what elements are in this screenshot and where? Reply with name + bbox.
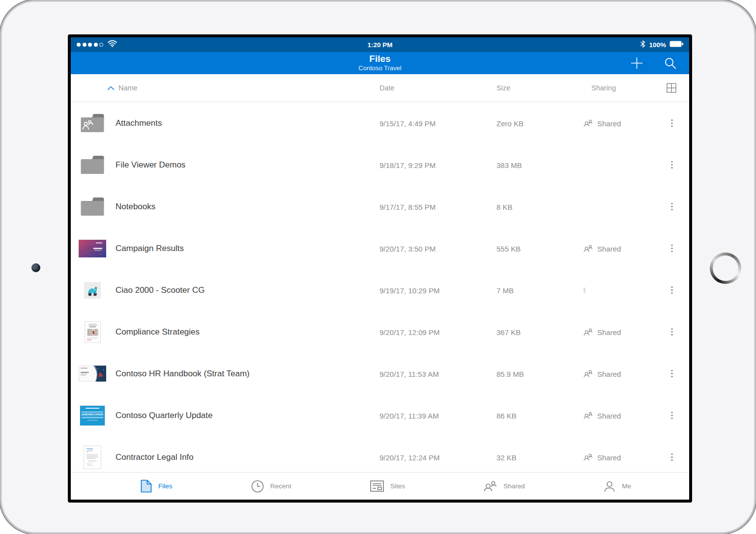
page-subtitle: Contoso Travel bbox=[71, 64, 689, 72]
row-menu-button[interactable] bbox=[665, 158, 679, 172]
file-row[interactable]: Contoso HR Handbook (Strat Team) 9/20/17… bbox=[71, 353, 689, 394]
column-label-date: Date bbox=[379, 84, 395, 92]
tab-me[interactable]: Me bbox=[604, 480, 631, 492]
status-right: 100% bbox=[640, 37, 683, 52]
status-bar: 1:20 PM 100% bbox=[71, 37, 689, 52]
file-name: File Viewer Demos bbox=[116, 160, 185, 170]
clock-icon bbox=[251, 480, 264, 493]
row-menu-button[interactable] bbox=[665, 366, 679, 381]
file-size: 383 MB bbox=[496, 161, 522, 169]
tab-shared[interactable]: Shared bbox=[484, 480, 525, 492]
file-thumbnail bbox=[79, 277, 106, 304]
file-date: 9/18/17, 9:29 PM bbox=[379, 161, 436, 169]
shared-label: Shared bbox=[597, 244, 621, 253]
row-menu-button[interactable] bbox=[665, 283, 679, 298]
row-menu-button[interactable] bbox=[665, 450, 679, 465]
shared-label: Shared bbox=[597, 369, 621, 378]
list-column-headers: Name Date Size Sharing bbox=[71, 74, 689, 102]
row-menu-button[interactable] bbox=[665, 199, 679, 214]
file-thumbnail: QUARTERLY UPDATE bbox=[79, 402, 106, 429]
column-label-sharing: Sharing bbox=[591, 84, 616, 92]
home-button[interactable] bbox=[710, 253, 741, 284]
file-row[interactable]: Contractor Legal Info 9/20/17, 12:24 PM … bbox=[71, 436, 689, 472]
sort-by-name-header[interactable]: Name bbox=[107, 84, 138, 92]
column-header-sharing[interactable]: Sharing bbox=[591, 84, 616, 92]
clock-time: 1:20 PM bbox=[71, 37, 689, 52]
shared-people-icon bbox=[583, 119, 593, 127]
column-header-date[interactable]: Date bbox=[379, 84, 395, 92]
file-size: 86 KB bbox=[496, 411, 517, 420]
column-label-name: Name bbox=[118, 84, 138, 92]
search-button[interactable] bbox=[663, 56, 677, 71]
file-date: 9/17/17, 8:55 PM bbox=[379, 202, 436, 211]
file-sharing-status: Shared bbox=[583, 328, 621, 336]
file-date: 9/20/17, 12:09 PM bbox=[379, 328, 440, 336]
ipad-bezel: 1:20 PM 100% bbox=[0, 0, 756, 534]
people-icon bbox=[484, 480, 497, 492]
file-date: 9/20/17, 12:24 PM bbox=[379, 453, 440, 461]
front-camera bbox=[31, 263, 40, 272]
screen: 1:20 PM 100% bbox=[68, 34, 692, 503]
app-content: 1:20 PM 100% bbox=[71, 37, 689, 500]
bluetooth-icon bbox=[640, 40, 645, 49]
file-name: Contractor Legal Info bbox=[116, 452, 194, 462]
partial-render-artifact bbox=[583, 287, 585, 293]
page-title-block: Files Contoso Travel bbox=[71, 53, 689, 72]
column-header-size[interactable]: Size bbox=[496, 84, 510, 92]
file-sharing-status: Shared bbox=[583, 244, 621, 253]
file-date: 9/20/17, 11:39 AM bbox=[379, 411, 439, 420]
row-menu-button[interactable] bbox=[665, 408, 679, 423]
tab-label: Files bbox=[158, 482, 173, 490]
shared-people-icon bbox=[583, 245, 593, 253]
file-date: 9/19/17, 10:29 PM bbox=[379, 286, 440, 294]
grid-view-toggle[interactable] bbox=[667, 83, 676, 93]
file-row[interactable]: QUARTERLY UPDATE Contoso Quarterly Updat… bbox=[71, 394, 689, 436]
file-size: 85.9 MB bbox=[496, 369, 524, 378]
shared-label: Shared bbox=[597, 411, 621, 420]
file-list: Attachments 9/15/17, 4:49 PM Zero KB Sha… bbox=[71, 102, 689, 472]
file-thumbnail bbox=[79, 318, 106, 346]
file-row[interactable]: Ciao 2000 - Scooter CG 9/19/17, 10:29 PM… bbox=[71, 269, 689, 311]
presentation-thumbnail: QUARTERLY UPDATE bbox=[80, 406, 105, 425]
file-row[interactable]: Attachments 9/15/17, 4:49 PM Zero KB Sha… bbox=[71, 102, 689, 144]
tab-label: Recent bbox=[270, 482, 291, 490]
column-label-size: Size bbox=[496, 84, 510, 92]
shared-folder-icon bbox=[80, 113, 105, 133]
file-icon bbox=[141, 479, 152, 493]
file-sharing-status: Shared bbox=[583, 453, 621, 461]
tab-label: Sites bbox=[390, 482, 405, 490]
document-thumbnail bbox=[79, 365, 106, 382]
folder-icon bbox=[80, 155, 105, 175]
shared-label: Shared bbox=[597, 119, 621, 127]
tab-recent[interactable]: Recent bbox=[251, 480, 291, 493]
row-menu-button[interactable] bbox=[665, 241, 679, 256]
nav-bar: Files Contoso Travel bbox=[71, 52, 689, 74]
tab-files[interactable]: Files bbox=[141, 479, 173, 493]
row-menu-button[interactable] bbox=[665, 116, 679, 131]
file-name: Campaign Results bbox=[116, 244, 184, 253]
file-row[interactable]: Compliance Strategies 9/20/17, 12:09 PM … bbox=[71, 311, 689, 353]
file-name: Attachments bbox=[116, 118, 162, 128]
file-row[interactable]: File Viewer Demos 9/18/17, 9:29 PM 383 M… bbox=[71, 144, 689, 186]
file-thumbnail bbox=[79, 235, 106, 262]
file-size: 7 MB bbox=[496, 286, 514, 294]
shared-people-icon bbox=[583, 453, 593, 461]
tab-bar: Files Recent Sites Shared Me bbox=[71, 472, 689, 500]
document-thumbnail bbox=[84, 446, 101, 469]
file-date: 9/20/17, 11:53 AM bbox=[379, 369, 439, 378]
add-button[interactable] bbox=[629, 56, 644, 71]
file-name: Compliance Strategies bbox=[116, 327, 200, 337]
row-menu-button[interactable] bbox=[665, 325, 679, 339]
file-name: Contoso Quarterly Update bbox=[116, 411, 213, 421]
file-row[interactable]: Campaign Results 9/20/17, 3:50 PM 555 KB… bbox=[71, 227, 689, 269]
battery-percent: 100% bbox=[649, 41, 666, 49]
file-size: 32 KB bbox=[496, 453, 517, 461]
tab-sites[interactable]: Sites bbox=[370, 480, 405, 492]
file-row[interactable]: Notebooks 9/17/17, 8:55 PM 8 KB bbox=[71, 186, 689, 227]
shared-people-icon bbox=[583, 328, 593, 336]
presentation-thumbnail bbox=[79, 240, 106, 257]
document-thumbnail bbox=[85, 321, 101, 343]
tab-label: Shared bbox=[503, 482, 525, 490]
sites-icon bbox=[370, 480, 384, 492]
person-icon bbox=[604, 480, 615, 492]
